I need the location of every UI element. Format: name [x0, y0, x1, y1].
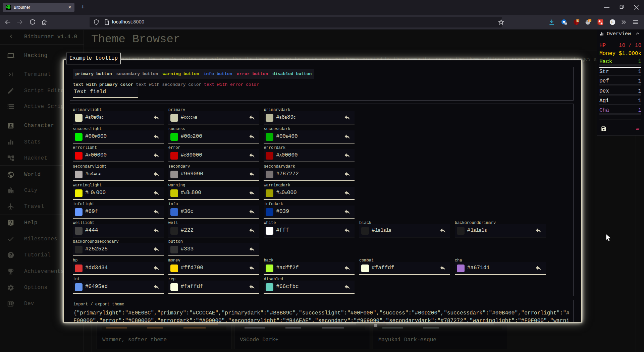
svg-text:F: F	[611, 20, 614, 24]
svg-text:1: 1	[577, 19, 578, 22]
svg-text:1: 1	[589, 19, 590, 22]
